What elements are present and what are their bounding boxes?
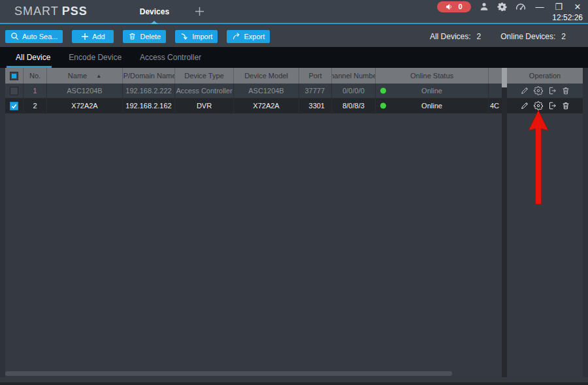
vertical-scrollbar-thumb[interactable] bbox=[502, 68, 507, 87]
table-header: No. Name ▲ IP/Domain Name Device Type De… bbox=[5, 68, 502, 84]
cell-ip: 192.168.2.162 bbox=[123, 99, 175, 113]
speaker-icon bbox=[446, 3, 453, 10]
delete-trash-icon[interactable] bbox=[561, 86, 570, 95]
checkbox-partial-mark bbox=[12, 74, 16, 78]
header-checkbox-cell bbox=[5, 68, 24, 84]
logo-smart: SMART bbox=[14, 5, 59, 18]
online-status-dot bbox=[380, 88, 386, 94]
left-gutter bbox=[0, 68, 5, 377]
header-port[interactable]: Port bbox=[299, 68, 332, 84]
vertical-scrollbar[interactable] bbox=[502, 68, 507, 377]
row-checkbox[interactable] bbox=[10, 102, 18, 110]
cell-online-status: Online bbox=[376, 99, 489, 113]
maximize-button[interactable]: ❐ bbox=[553, 3, 564, 11]
operation-panel: Operation bbox=[507, 68, 583, 114]
header-device-model[interactable]: Device Model bbox=[234, 68, 299, 84]
header-name[interactable]: Name ▲ bbox=[47, 68, 123, 84]
header-operation: Operation bbox=[507, 68, 583, 84]
device-counts: All Devices: 2 Online Devices: 2 bbox=[430, 32, 588, 41]
online-status-dot bbox=[380, 103, 386, 109]
cell-sn-clipped bbox=[489, 84, 502, 98]
right-gutter bbox=[583, 68, 588, 377]
app-logo: SMART PSS bbox=[14, 5, 88, 18]
plus-icon bbox=[81, 33, 89, 40]
add-button[interactable]: Add bbox=[72, 30, 114, 43]
trash-icon bbox=[128, 32, 137, 40]
toolbar: Auto Sea... Add Delete Import bbox=[0, 25, 588, 47]
settings-gear-icon[interactable] bbox=[497, 2, 507, 12]
cell-device-type: Access Controller bbox=[175, 84, 234, 98]
cell-name: X72A2A bbox=[47, 99, 123, 113]
cell-port: 37777 bbox=[299, 84, 332, 98]
settings-gear-icon[interactable] bbox=[534, 86, 543, 95]
cell-no: 2 bbox=[24, 99, 47, 113]
table-row[interactable]: 2 X72A2A 192.168.2.162 DVR X72A2A 3301 8… bbox=[5, 99, 502, 114]
edit-pencil-icon[interactable] bbox=[520, 86, 529, 95]
cell-sn-clipped: 4C bbox=[489, 99, 502, 113]
minimize-button[interactable]: — bbox=[534, 3, 545, 11]
tab-devices[interactable]: Devices bbox=[132, 0, 177, 23]
plus-icon bbox=[194, 6, 205, 17]
header-online-status[interactable]: Online Status bbox=[376, 68, 489, 84]
cell-channel-number: 8/0/8/3 bbox=[332, 99, 376, 113]
header-channel-number[interactable]: hannel Numbe bbox=[332, 68, 376, 84]
row-checkbox-cell bbox=[5, 84, 24, 98]
cell-channel-number: 0/0/0/0 bbox=[332, 84, 376, 98]
cell-device-model: ASC1204B bbox=[234, 84, 299, 98]
alarm-count: 0 bbox=[458, 3, 462, 10]
all-devices-count: 2 bbox=[477, 32, 482, 41]
user-icon[interactable] bbox=[480, 2, 489, 11]
cell-port: 3301 bbox=[299, 99, 332, 113]
all-devices-label: All Devices: bbox=[430, 32, 471, 41]
tab-devices-label: Devices bbox=[140, 7, 169, 16]
header-device-type[interactable]: Device Type bbox=[175, 68, 234, 84]
delete-button[interactable]: Delete bbox=[123, 30, 166, 43]
import-button[interactable]: Import bbox=[175, 30, 218, 43]
tab-all-device[interactable]: All Device bbox=[7, 47, 59, 68]
clock: 12:52:26 bbox=[552, 13, 583, 22]
close-button[interactable]: ✕ bbox=[572, 3, 583, 11]
search-icon bbox=[10, 32, 19, 40]
alarm-counter-pill[interactable]: 0 bbox=[437, 1, 471, 12]
window-bottom-edge bbox=[0, 377, 588, 385]
titlebar: SMART PSS Devices 0 bbox=[0, 0, 588, 24]
tab-access-controller[interactable]: Access Controller bbox=[131, 47, 210, 68]
cell-ip: 192.168.2.222 bbox=[123, 84, 175, 98]
dashboard-gauge-icon[interactable] bbox=[515, 2, 526, 11]
sort-ascending-icon: ▲ bbox=[96, 73, 101, 79]
header-no[interactable]: No. bbox=[24, 68, 47, 84]
delete-trash-icon[interactable] bbox=[561, 101, 570, 110]
row-checkbox-cell bbox=[5, 99, 24, 113]
header-ip[interactable]: IP/Domain Name bbox=[123, 68, 175, 84]
red-annotation-arrow bbox=[527, 108, 550, 206]
cell-device-type: DVR bbox=[175, 99, 234, 113]
titlebar-right: 0 bbox=[437, 0, 588, 23]
new-tab-button[interactable] bbox=[194, 6, 205, 17]
export-button[interactable]: Export bbox=[227, 30, 270, 43]
cell-online-status: Online bbox=[376, 84, 489, 98]
cell-no: 1 bbox=[24, 84, 47, 98]
auto-search-button[interactable]: Auto Sea... bbox=[5, 30, 63, 43]
export-arrow-icon bbox=[232, 32, 240, 40]
operation-row bbox=[507, 84, 583, 99]
logo-pss: PSS bbox=[62, 5, 88, 18]
table-row[interactable]: 1 ASC1204B 192.168.2.222 Access Controll… bbox=[5, 84, 502, 99]
smartpss-window: SMART PSS Devices 0 bbox=[0, 0, 588, 385]
online-devices-count: 2 bbox=[561, 32, 566, 41]
device-table: No. Name ▲ IP/Domain Name Device Type De… bbox=[5, 68, 502, 114]
tab-encode-device[interactable]: Encode Device bbox=[59, 47, 131, 68]
device-filter-tabs: All Device Encode Device Access Controll… bbox=[0, 47, 588, 68]
active-tab-caret bbox=[150, 21, 158, 24]
cell-name: ASC1204B bbox=[47, 84, 123, 98]
online-devices-label: Online Devices: bbox=[500, 32, 555, 41]
logout-icon[interactable] bbox=[547, 86, 557, 95]
horizontal-scrollbar-thumb[interactable] bbox=[5, 371, 452, 376]
row-checkbox[interactable] bbox=[10, 87, 18, 95]
header-sn-clipped bbox=[489, 68, 502, 84]
import-arrow-icon bbox=[180, 32, 189, 40]
cell-device-model: X72A2A bbox=[234, 99, 299, 113]
select-all-checkbox[interactable] bbox=[10, 72, 18, 80]
check-icon bbox=[11, 103, 17, 109]
